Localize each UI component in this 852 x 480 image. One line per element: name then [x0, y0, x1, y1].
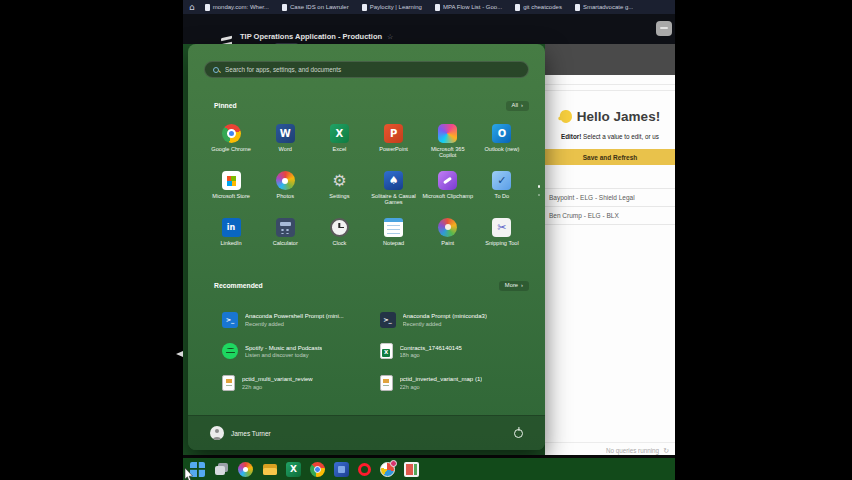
bookmark-label: monday.com: Wher... — [213, 4, 269, 10]
snip-icon: ✂ — [492, 218, 511, 237]
pinned-app-store[interactable]: Microsoft Store — [204, 171, 258, 218]
taskbar-window-app-icon[interactable] — [404, 462, 419, 477]
recommended-item[interactable]: >_Anaconda Prompt (miniconda3)Recently a… — [380, 304, 532, 336]
icon-glyph: ✂ — [497, 222, 506, 233]
recommended-item[interactable]: pctid_inverted_variant_map (1)22h ago — [380, 367, 532, 399]
powerpoint-icon: P — [384, 124, 403, 143]
chevron-right-icon: › — [521, 283, 523, 289]
icon-glyph: ♠ — [389, 175, 399, 186]
query-status-text: No queries running — [606, 447, 659, 454]
icon-glyph: ⚙ — [332, 173, 346, 189]
page-icon — [435, 4, 440, 11]
taskbar-blue-app-icon[interactable] — [334, 462, 349, 477]
bookmark-item[interactable]: monday.com: Wher... — [205, 4, 269, 11]
mouse-cursor — [184, 468, 194, 480]
taskbar-opera-icon[interactable] — [358, 463, 371, 476]
recommended-title: pctid_multi_variant_review — [242, 376, 313, 382]
bookmark-item[interactable]: MPA Flow List - Goo... — [435, 4, 502, 11]
page-dot-active[interactable] — [538, 185, 541, 188]
bookmark-item[interactable]: Paylocity | Learning — [362, 4, 422, 11]
home-icon[interactable]: ⌂ — [189, 3, 195, 12]
recommended-subtitle: Recently added — [245, 321, 344, 327]
pinned-app-label: PowerPoint — [379, 146, 408, 152]
pinned-app-clock[interactable]: Clock — [312, 218, 366, 265]
clipchamp-icon — [438, 171, 457, 190]
editor-instruction: Editor! Select a value to edit, or us — [545, 133, 675, 140]
icon-glyph: X — [336, 129, 344, 139]
pinned-page-dots[interactable] — [538, 185, 541, 196]
bookmark-item[interactable]: git cheatcodes — [515, 4, 562, 11]
desktop-screen: ⌂ monday.com: Wher...Case IDS on Lawrule… — [183, 0, 675, 480]
outlook-icon: O — [492, 124, 511, 143]
taskbar: X — [183, 458, 675, 480]
recommended-text: pctid_multi_variant_review22h ago — [242, 376, 313, 390]
bookmark-item[interactable]: Smartadvocate g... — [575, 4, 633, 11]
pinned-app-clipchamp[interactable]: Microsoft Clipchamp — [421, 171, 475, 218]
pinned-app-powerpoint[interactable]: PPowerPoint — [367, 124, 421, 171]
pinned-app-excel[interactable]: XExcel — [312, 124, 366, 171]
app-content-panel: Hello James! Editor! Select a value to e… — [545, 75, 675, 458]
icon-glyph: X — [382, 349, 390, 357]
pinned-app-solitaire[interactable]: ♠Solitaire & Casual Games — [367, 171, 421, 218]
word-icon: W — [276, 124, 295, 143]
recommended-more-button[interactable]: More › — [499, 281, 529, 291]
recommended-text: Anaconda Prompt (miniconda3)Recently add… — [403, 313, 487, 327]
chat-icon[interactable] — [656, 21, 672, 36]
user-name[interactable]: James Turner — [231, 430, 271, 437]
settings-icon: ⚙ — [330, 171, 349, 190]
pinned-app-label: To Do — [495, 193, 510, 199]
pinned-app-chrome[interactable]: Google Chrome — [204, 124, 258, 171]
favorite-star-icon[interactable]: ☆ — [387, 33, 393, 41]
record-row[interactable]: Ben Crump - ELG - BLX — [545, 207, 675, 225]
pinned-app-photos[interactable]: Photos — [258, 171, 312, 218]
excel-icon: X — [330, 124, 349, 143]
pinned-app-paint[interactable]: Paint — [421, 218, 475, 265]
taskbar-task-view-icon[interactable] — [214, 462, 229, 477]
pinned-app-notepad[interactable]: Notepad — [367, 218, 421, 265]
file-icon — [222, 375, 235, 391]
taskbar-explorer-icon[interactable] — [262, 462, 277, 477]
recommended-subtitle: 18h ago — [400, 352, 462, 358]
pinned-app-settings[interactable]: ⚙Settings — [312, 171, 366, 218]
page-dot-inactive[interactable] — [538, 194, 541, 197]
refresh-icon[interactable]: ↻ — [663, 447, 669, 455]
save-and-refresh-button[interactable]: Save and Refresh — [545, 149, 675, 165]
xlsfile-icon: X — [380, 343, 393, 359]
icon-glyph: W — [280, 129, 291, 139]
recommended-title: Contracts_1746140145 — [400, 345, 462, 351]
user-avatar[interactable] — [210, 426, 224, 440]
pinned-app-calculator[interactable]: Calculator — [258, 218, 312, 265]
start-search-box[interactable] — [204, 61, 529, 78]
recommended-subtitle: Recently added — [403, 321, 487, 327]
recommended-item[interactable]: >_Anaconda Powershell Prompt (mini...Rec… — [222, 304, 374, 336]
recommended-title: Spotify - Music and Podcasts — [245, 345, 322, 351]
pinned-app-label: Microsoft 365 Copilot — [422, 146, 474, 159]
taskbar-photos-icon[interactable] — [238, 462, 253, 477]
pinned-app-outlook[interactable]: OOutlook (new) — [475, 124, 529, 171]
pinned-all-button[interactable]: All › — [506, 101, 529, 111]
pinned-app-word[interactable]: WWord — [258, 124, 312, 171]
recommended-item[interactable]: XContracts_174614014518h ago — [380, 336, 532, 368]
recommended-subtitle: Listen and discover today — [245, 352, 322, 358]
spotify-icon — [222, 343, 238, 359]
record-row[interactable]: Baypoint - ELG - Shield Legal — [545, 189, 675, 207]
taskbar-pie-app-icon[interactable] — [380, 462, 395, 477]
pinned-app-label: Photos — [277, 193, 294, 199]
power-icon[interactable] — [514, 429, 523, 438]
paint-icon — [438, 218, 457, 237]
recommended-item[interactable]: Spotify - Music and PodcastsListen and d… — [222, 336, 374, 368]
pinned-app-snip[interactable]: ✂Snipping Tool — [475, 218, 529, 265]
taskbar-excel-icon[interactable]: X — [286, 462, 301, 477]
pinned-app-copilot[interactable]: Microsoft 365 Copilot — [421, 124, 475, 171]
recommended-item[interactable]: pctid_multi_variant_review22h ago — [222, 367, 374, 399]
search-input[interactable] — [225, 66, 520, 73]
pinned-app-linkedin[interactable]: inLinkedIn — [204, 218, 258, 265]
bookmark-item[interactable]: Case IDS on Lawruler — [282, 4, 349, 11]
taskbar-chrome-icon[interactable] — [310, 462, 325, 477]
bookmark-label: git cheatcodes — [523, 4, 562, 10]
recommended-title: Anaconda Prompt (miniconda3) — [403, 313, 487, 319]
start-menu: Pinned All › Google ChromeWWordXExcelPPo… — [188, 44, 545, 450]
edge-artifact-arrow — [176, 351, 183, 357]
pinned-app-todo[interactable]: ✓To Do — [475, 171, 529, 218]
pinned-app-label: Excel — [333, 146, 347, 152]
